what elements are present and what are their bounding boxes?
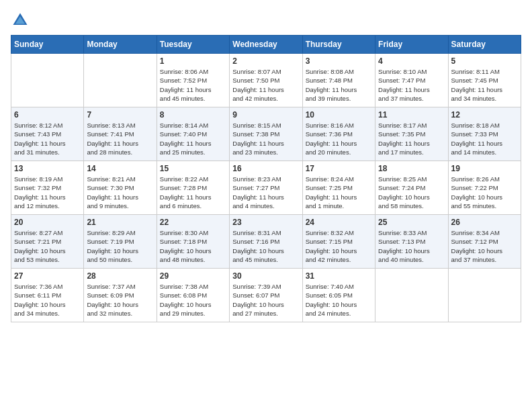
calendar-cell: 16Sunrise: 8:23 AM Sunset: 7:27 PM Dayli…	[230, 161, 302, 215]
calendar-cell	[448, 269, 521, 322]
calendar-cell: 29Sunrise: 7:38 AM Sunset: 6:08 PM Dayli…	[157, 269, 229, 322]
calendar-cell: 9Sunrise: 8:15 AM Sunset: 7:38 PM Daylig…	[230, 107, 302, 161]
day-number: 22	[160, 218, 226, 227]
day-info: Sunrise: 7:37 AM Sunset: 6:09 PM Dayligh…	[87, 282, 153, 318]
logo	[11, 11, 32, 30]
calendar-cell: 19Sunrise: 8:26 AM Sunset: 7:22 PM Dayli…	[448, 161, 521, 215]
calendar-week-row: 13Sunrise: 8:19 AM Sunset: 7:32 PM Dayli…	[11, 161, 521, 215]
calendar-cell: 4Sunrise: 8:10 AM Sunset: 7:47 PM Daylig…	[375, 54, 448, 107]
calendar-cell	[11, 54, 84, 107]
day-info: Sunrise: 8:26 AM Sunset: 7:22 PM Dayligh…	[451, 175, 518, 210]
day-number: 5	[451, 56, 518, 66]
day-info: Sunrise: 8:18 AM Sunset: 7:33 PM Dayligh…	[451, 121, 518, 156]
day-number: 11	[378, 110, 445, 120]
day-info: Sunrise: 7:39 AM Sunset: 6:07 PM Dayligh…	[232, 282, 299, 318]
day-number: 18	[378, 164, 445, 173]
weekday-header-tuesday: Tuesday	[157, 36, 229, 54]
calendar-cell: 26Sunrise: 8:34 AM Sunset: 7:12 PM Dayli…	[448, 215, 521, 269]
day-number: 10	[306, 110, 372, 120]
calendar-cell: 5Sunrise: 8:11 AM Sunset: 7:45 PM Daylig…	[448, 54, 521, 107]
calendar-cell: 2Sunrise: 8:07 AM Sunset: 7:50 PM Daylig…	[230, 54, 302, 107]
day-info: Sunrise: 8:19 AM Sunset: 7:32 PM Dayligh…	[14, 175, 81, 210]
calendar-cell	[375, 269, 448, 322]
day-number: 12	[451, 110, 518, 120]
day-info: Sunrise: 8:27 AM Sunset: 7:21 PM Dayligh…	[14, 228, 81, 264]
day-info: Sunrise: 7:40 AM Sunset: 6:05 PM Dayligh…	[306, 282, 372, 318]
day-number: 9	[232, 110, 299, 120]
day-number: 19	[451, 164, 518, 173]
calendar-cell: 20Sunrise: 8:27 AM Sunset: 7:21 PM Dayli…	[11, 215, 84, 269]
day-info: Sunrise: 8:17 AM Sunset: 7:35 PM Dayligh…	[378, 121, 445, 156]
calendar-cell: 7Sunrise: 8:13 AM Sunset: 7:41 PM Daylig…	[84, 107, 157, 161]
day-number: 30	[232, 271, 299, 281]
calendar-cell: 10Sunrise: 8:16 AM Sunset: 7:36 PM Dayli…	[302, 107, 375, 161]
day-info: Sunrise: 8:10 AM Sunset: 7:47 PM Dayligh…	[378, 67, 445, 103]
day-number: 17	[306, 164, 372, 173]
day-number: 26	[451, 218, 518, 227]
day-number: 20	[14, 218, 81, 227]
calendar-week-row: 1Sunrise: 8:06 AM Sunset: 7:52 PM Daylig…	[11, 54, 521, 107]
day-number: 31	[306, 271, 372, 281]
calendar-cell: 18Sunrise: 8:25 AM Sunset: 7:24 PM Dayli…	[375, 161, 448, 215]
day-info: Sunrise: 8:31 AM Sunset: 7:16 PM Dayligh…	[232, 228, 299, 264]
calendar-cell	[84, 54, 157, 107]
calendar-week-row: 20Sunrise: 8:27 AM Sunset: 7:21 PM Dayli…	[11, 215, 521, 269]
calendar-cell: 14Sunrise: 8:21 AM Sunset: 7:30 PM Dayli…	[84, 161, 157, 215]
day-info: Sunrise: 7:36 AM Sunset: 6:11 PM Dayligh…	[14, 282, 81, 318]
weekday-header-row: SundayMondayTuesdayWednesdayThursdayFrid…	[11, 36, 521, 54]
day-info: Sunrise: 8:13 AM Sunset: 7:41 PM Dayligh…	[87, 121, 153, 156]
calendar-cell: 27Sunrise: 7:36 AM Sunset: 6:11 PM Dayli…	[11, 269, 84, 322]
calendar-cell: 30Sunrise: 7:39 AM Sunset: 6:07 PM Dayli…	[230, 269, 302, 322]
day-info: Sunrise: 8:24 AM Sunset: 7:25 PM Dayligh…	[306, 175, 372, 210]
day-number: 4	[378, 56, 445, 66]
calendar-week-row: 27Sunrise: 7:36 AM Sunset: 6:11 PM Dayli…	[11, 269, 521, 322]
calendar-cell: 6Sunrise: 8:12 AM Sunset: 7:43 PM Daylig…	[11, 107, 84, 161]
calendar-cell: 24Sunrise: 8:32 AM Sunset: 7:15 PM Dayli…	[302, 215, 375, 269]
day-info: Sunrise: 8:21 AM Sunset: 7:30 PM Dayligh…	[87, 175, 153, 210]
day-info: Sunrise: 8:22 AM Sunset: 7:28 PM Dayligh…	[160, 175, 226, 210]
logo-icon	[11, 11, 30, 30]
calendar-cell: 11Sunrise: 8:17 AM Sunset: 7:35 PM Dayli…	[375, 107, 448, 161]
day-number: 7	[87, 110, 153, 120]
day-info: Sunrise: 8:34 AM Sunset: 7:12 PM Dayligh…	[451, 228, 518, 264]
calendar-cell: 23Sunrise: 8:31 AM Sunset: 7:16 PM Dayli…	[230, 215, 302, 269]
day-info: Sunrise: 8:25 AM Sunset: 7:24 PM Dayligh…	[378, 175, 445, 210]
day-info: Sunrise: 8:15 AM Sunset: 7:38 PM Dayligh…	[232, 121, 299, 156]
weekday-header-saturday: Saturday	[448, 36, 521, 54]
day-number: 29	[160, 271, 226, 281]
day-number: 6	[14, 110, 81, 120]
day-number: 8	[160, 110, 226, 120]
day-info: Sunrise: 8:08 AM Sunset: 7:48 PM Dayligh…	[306, 67, 372, 103]
day-info: Sunrise: 8:11 AM Sunset: 7:45 PM Dayligh…	[451, 67, 518, 103]
day-info: Sunrise: 8:33 AM Sunset: 7:13 PM Dayligh…	[378, 228, 445, 264]
calendar-cell: 31Sunrise: 7:40 AM Sunset: 6:05 PM Dayli…	[302, 269, 375, 322]
calendar-cell: 22Sunrise: 8:30 AM Sunset: 7:18 PM Dayli…	[157, 215, 229, 269]
day-info: Sunrise: 8:16 AM Sunset: 7:36 PM Dayligh…	[306, 121, 372, 156]
day-number: 3	[306, 56, 372, 66]
calendar-cell: 3Sunrise: 8:08 AM Sunset: 7:48 PM Daylig…	[302, 54, 375, 107]
calendar-cell: 21Sunrise: 8:29 AM Sunset: 7:19 PM Dayli…	[84, 215, 157, 269]
calendar-cell: 17Sunrise: 8:24 AM Sunset: 7:25 PM Dayli…	[302, 161, 375, 215]
day-number: 14	[87, 164, 153, 173]
day-info: Sunrise: 8:14 AM Sunset: 7:40 PM Dayligh…	[160, 121, 226, 156]
calendar-cell: 25Sunrise: 8:33 AM Sunset: 7:13 PM Dayli…	[375, 215, 448, 269]
day-number: 28	[87, 271, 153, 281]
day-number: 1	[160, 56, 226, 66]
calendar-cell: 15Sunrise: 8:22 AM Sunset: 7:28 PM Dayli…	[157, 161, 229, 215]
calendar-table: SundayMondayTuesdayWednesdayThursdayFrid…	[11, 35, 521, 322]
day-info: Sunrise: 8:29 AM Sunset: 7:19 PM Dayligh…	[87, 228, 153, 264]
day-number: 15	[160, 164, 226, 173]
weekday-header-thursday: Thursday	[302, 36, 375, 54]
weekday-header-wednesday: Wednesday	[230, 36, 302, 54]
calendar-cell: 1Sunrise: 8:06 AM Sunset: 7:52 PM Daylig…	[157, 54, 229, 107]
day-info: Sunrise: 8:32 AM Sunset: 7:15 PM Dayligh…	[306, 228, 372, 264]
day-info: Sunrise: 8:30 AM Sunset: 7:18 PM Dayligh…	[160, 228, 226, 264]
weekday-header-friday: Friday	[375, 36, 448, 54]
page-header	[11, 11, 521, 30]
day-info: Sunrise: 8:12 AM Sunset: 7:43 PM Dayligh…	[14, 121, 81, 156]
day-number: 2	[232, 56, 299, 66]
calendar-cell: 28Sunrise: 7:37 AM Sunset: 6:09 PM Dayli…	[84, 269, 157, 322]
day-info: Sunrise: 8:06 AM Sunset: 7:52 PM Dayligh…	[160, 67, 226, 103]
day-number: 24	[306, 218, 372, 227]
calendar-cell: 13Sunrise: 8:19 AM Sunset: 7:32 PM Dayli…	[11, 161, 84, 215]
